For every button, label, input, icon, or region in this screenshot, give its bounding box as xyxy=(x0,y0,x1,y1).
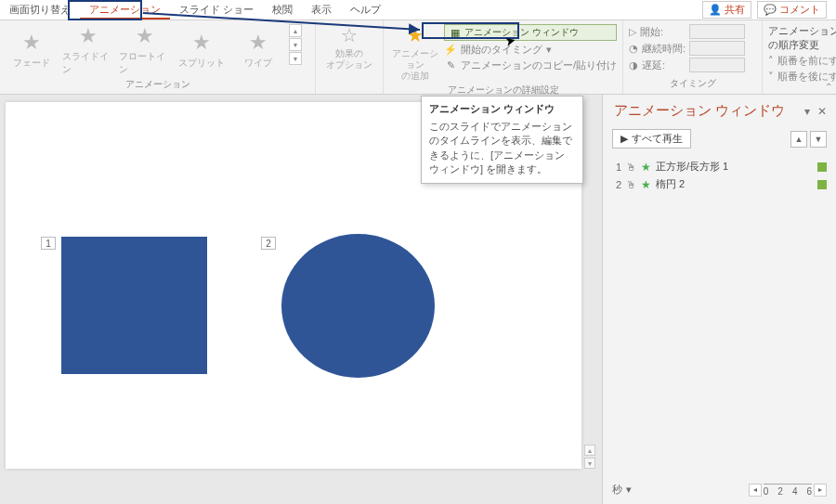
move-earlier-button[interactable]: ˄順番を前にする xyxy=(768,54,836,68)
effect-options-button[interactable]: ☆ 効果の オプション xyxy=(321,24,377,71)
mouse-icon: 🖱 xyxy=(626,162,636,173)
tab-help[interactable]: ヘルプ xyxy=(341,0,390,19)
pane-item[interactable]: 1 🖱 ★ 正方形/長方形 1 xyxy=(612,158,827,175)
clock-icon: ◔ xyxy=(629,43,638,55)
shape-ellipse[interactable] xyxy=(281,234,435,378)
gallery-down[interactable]: ▾ xyxy=(289,38,302,51)
mouse-icon: 🖱 xyxy=(626,179,636,190)
group-label-timing: タイミング xyxy=(623,77,762,92)
star-icon: ★ xyxy=(192,31,211,55)
pane-item[interactable]: 2 🖱 ★ 楕円 2 xyxy=(612,175,827,193)
ruler-left[interactable]: ◂ xyxy=(749,484,762,497)
move-down-button[interactable]: ▼ xyxy=(810,131,827,148)
share-icon: 👤 xyxy=(709,4,722,16)
delay-icon: ◑ xyxy=(629,59,638,71)
duration-input[interactable] xyxy=(689,41,745,56)
anim-tag-1[interactable]: 1 xyxy=(41,237,56,250)
anim-split[interactable]: ★スプリット xyxy=(176,31,227,70)
animation-gallery[interactable]: ★フェード ★スライドイン ★フロートイン ★スプリット ★ワイプ xyxy=(6,24,283,76)
pane-close-button[interactable]: ✕ xyxy=(817,105,827,118)
timeline-bar[interactable] xyxy=(817,162,827,172)
pane-icon: ▦ xyxy=(449,26,462,39)
duration-label: ◔継続時間: xyxy=(629,42,686,56)
vertical-scroll: ▴ ▾ xyxy=(583,102,596,469)
play-icon: ▶ xyxy=(620,133,628,145)
anim-tag-2[interactable]: 2 xyxy=(261,237,276,250)
pane-item-label: 正方形/長方形 1 xyxy=(656,160,728,174)
pane-options-button[interactable]: ▾ xyxy=(804,105,810,118)
animation-pane: アニメーション ウィンドウ ▾ ✕ ▶すべて再生 ▲ ▼ 1 🖱 ★ 正方形/長… xyxy=(602,95,836,504)
anim-fade[interactable]: ★フェード xyxy=(6,31,57,70)
shape-rectangle[interactable] xyxy=(61,237,207,374)
animation-pane-button[interactable]: ▦ アニメーション ウィンドウ xyxy=(444,24,617,41)
move-up-button[interactable]: ▲ xyxy=(790,131,807,148)
tab-slideshow[interactable]: スライド ショー xyxy=(170,0,263,19)
tab-animations[interactable]: アニメーション xyxy=(80,0,170,19)
star-icon: ☆ xyxy=(341,24,358,46)
tooltip: アニメーション ウィンドウ このスライドでアニメーションのタイムラインを表示、編… xyxy=(421,96,583,184)
star-icon: ★ xyxy=(22,31,41,55)
star-icon: ★ xyxy=(79,24,98,48)
anim-slidein[interactable]: ★スライドイン xyxy=(62,24,113,76)
tab-bar: 画面切り替え アニメーション スライド ショー 校閲 表示 ヘルプ 👤共有 💬コ… xyxy=(0,0,836,20)
down-icon: ˅ xyxy=(768,71,774,83)
comment-icon: 💬 xyxy=(764,4,777,16)
timeline-bar[interactable] xyxy=(817,180,827,189)
share-button[interactable]: 👤共有 xyxy=(702,1,751,19)
trigger-button[interactable]: ⚡ 開始のタイミング▾ xyxy=(444,43,617,57)
ruler-right[interactable]: ▸ xyxy=(814,484,827,497)
tab-view[interactable]: 表示 xyxy=(302,0,341,19)
prev-slide-button[interactable]: ▴ xyxy=(584,445,595,456)
delay-input[interactable] xyxy=(689,58,745,72)
group-label-anim: アニメーション xyxy=(0,78,315,93)
anim-floatin[interactable]: ★フロートイン xyxy=(119,24,170,76)
gallery-more[interactable]: ▾ xyxy=(289,52,302,65)
gallery-up[interactable]: ▴ xyxy=(289,24,302,37)
pane-title: アニメーション ウィンドウ xyxy=(614,102,785,120)
painter-icon: ✎ xyxy=(444,59,457,72)
play-icon: ▷ xyxy=(629,26,636,38)
delay-label: ◑遅延: xyxy=(629,58,686,72)
collapse-ribbon-button[interactable]: ⌃ xyxy=(825,82,832,92)
anim-wipe[interactable]: ★ワイプ xyxy=(232,31,283,70)
animation-painter-button[interactable]: ✎ アニメーションのコピー/貼り付け xyxy=(444,58,617,72)
comment-button[interactable]: 💬コメント xyxy=(757,1,827,19)
tooltip-title: アニメーション ウィンドウ xyxy=(429,102,575,116)
pane-item-label: 楕円 2 xyxy=(656,177,685,191)
order-title: アニメーションの順序変更 xyxy=(768,24,836,52)
add-animation-button[interactable]: ★ アニメーション の追加 xyxy=(389,24,440,82)
gallery-scroll: ▴ ▾ ▾ xyxy=(289,24,302,65)
tab-transitions[interactable]: 画面切り替え xyxy=(0,0,80,19)
chevron-down-icon: ▾ xyxy=(546,44,552,56)
start-dropdown[interactable] xyxy=(689,24,745,39)
start-label: ▷開始: xyxy=(629,25,686,39)
star-icon: ★ xyxy=(641,178,651,191)
star-icon: ★ xyxy=(249,31,268,55)
up-icon: ˄ xyxy=(768,55,774,67)
chevron-down-icon[interactable]: ▾ xyxy=(626,484,632,496)
next-slide-button[interactable]: ▾ xyxy=(584,458,595,469)
seconds-label: 秒▾ xyxy=(612,483,632,497)
star-icon: ★ xyxy=(641,161,651,174)
trigger-icon: ⚡ xyxy=(444,44,457,57)
ribbon: ★フェード ★スライドイン ★フロートイン ★スプリット ★ワイプ ▴ ▾ ▾ … xyxy=(0,20,836,95)
play-all-button[interactable]: ▶すべて再生 xyxy=(612,129,691,149)
tooltip-body: このスライドでアニメーションのタイムラインを表示、編集できるように、[アニメーシ… xyxy=(429,120,575,177)
star-plus-icon: ★ xyxy=(407,24,424,46)
star-icon: ★ xyxy=(136,24,154,48)
pane-list: 1 🖱 ★ 正方形/長方形 1 2 🖱 ★ 楕円 2 xyxy=(603,152,836,199)
tab-review[interactable]: 校閲 xyxy=(263,0,302,19)
timeline-ruler: ◂ 0 2 4 6 ▸ xyxy=(749,484,827,497)
